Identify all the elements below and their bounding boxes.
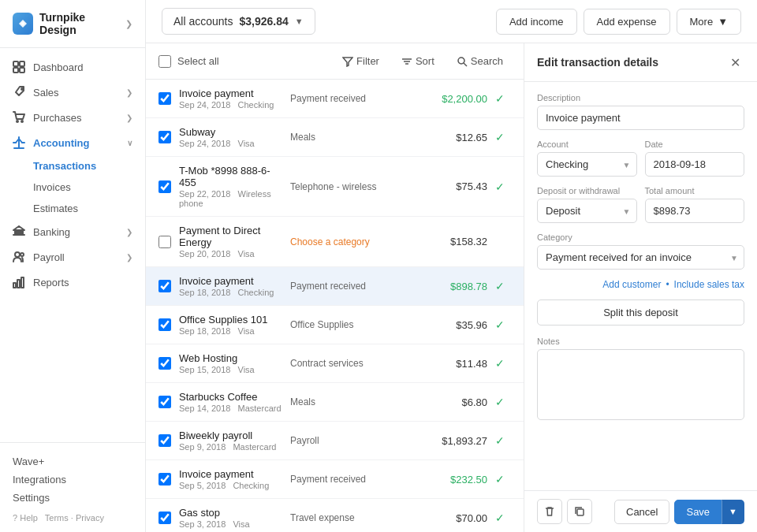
save-dropdown-button[interactable]: ▼ <box>722 500 744 524</box>
table-row[interactable]: Payment to Direct Energy Sep 20, 2018 Vi… <box>146 217 524 267</box>
cancel-button[interactable]: Cancel <box>614 500 669 524</box>
svg-rect-4 <box>20 68 24 73</box>
table-row[interactable]: Gas stop Sep 3, 2018 Visa Travel expense… <box>146 499 524 532</box>
date-input[interactable] <box>645 152 745 177</box>
svg-rect-2 <box>20 61 24 66</box>
sidebar-item-wave-plus[interactable]: Wave+ <box>13 452 132 471</box>
select-all-label: Select all <box>177 55 219 67</box>
row-checkbox[interactable] <box>158 512 171 524</box>
row-checkbox[interactable] <box>158 280 171 292</box>
notes-input[interactable] <box>537 349 744 420</box>
app-logo[interactable]: Turnpike Design ❯ <box>0 0 145 48</box>
search-button[interactable]: Search <box>449 51 511 71</box>
more-button[interactable]: More ▼ <box>677 9 742 35</box>
tx-check: ✓ <box>495 434 511 447</box>
notes-group: Notes <box>537 337 744 422</box>
account-select[interactable]: Checking Savings Visa Mastercard <box>537 152 637 177</box>
tx-info: Web Hosting Sep 15, 2018 Visa <box>179 352 282 374</box>
sidebar-item-dashboard[interactable]: Dashboard <box>0 54 145 80</box>
sort-button[interactable]: Sort <box>393 51 442 71</box>
svg-rect-1 <box>13 61 18 66</box>
sidebar-item-reports[interactable]: Reports <box>0 270 145 295</box>
duplicate-button[interactable] <box>567 499 592 524</box>
wave-plus-label: Wave+ <box>13 456 44 467</box>
table-row[interactable]: Office Supplies 101 Sep 18, 2018 Visa Of… <box>146 306 524 344</box>
svg-rect-18 <box>21 277 24 288</box>
sidebar-item-purchases[interactable]: Purchases ❯ <box>0 105 145 130</box>
row-checkbox[interactable] <box>158 357 171 370</box>
tx-meta: Sep 9, 2018 Mastercard <box>179 442 282 452</box>
table-row[interactable]: T-Mob *8998 888-6-455 Sep 22, 2018 Wirel… <box>146 157 524 217</box>
total-label: Total amount <box>645 186 745 195</box>
filter-button[interactable]: Filter <box>334 51 387 71</box>
total-input[interactable] <box>645 199 745 223</box>
sidebar-item-transactions[interactable]: Transactions <box>0 155 145 177</box>
row-checkbox[interactable] <box>158 318 171 331</box>
users-icon <box>13 251 25 263</box>
table-row[interactable]: Invoice payment Sep 18, 2018 Checking Pa… <box>146 267 524 306</box>
account-selector[interactable]: All accounts $3,926.84 ▼ <box>162 8 315 35</box>
row-checkbox[interactable] <box>158 131 171 143</box>
save-button[interactable]: Save <box>674 500 722 524</box>
category-missing[interactable]: Choose a category <box>290 236 416 247</box>
tx-name: Invoice payment <box>179 87 282 99</box>
tx-amount: $11.48 <box>424 358 487 370</box>
row-checkbox[interactable] <box>158 236 171 248</box>
transaction-rows: Invoice payment Sep 24, 2018 Checking Pa… <box>146 80 524 532</box>
table-row[interactable]: Web Hosting Sep 15, 2018 Visa Contract s… <box>146 344 524 383</box>
deposit-select[interactable]: Deposit Withdrawal <box>537 199 637 223</box>
delete-button[interactable] <box>537 499 562 524</box>
tx-name: Biweekly payroll <box>179 430 282 441</box>
split-deposit-button[interactable]: Split this deposit <box>537 299 744 326</box>
sidebar-bottom: Wave+ Integrations Settings ? Help Terms… <box>0 442 145 532</box>
terms-link[interactable]: Terms <box>45 513 69 523</box>
sidebar-terms: ? Help Terms · Privacy <box>13 513 132 523</box>
trash-icon <box>544 506 555 517</box>
category-select[interactable]: Payment received for an invoice Other in… <box>537 245 744 270</box>
sidebar-item-invoices[interactable]: Invoices <box>0 177 145 198</box>
table-row[interactable]: Invoice payment Sep 24, 2018 Checking Pa… <box>146 80 524 118</box>
category-cell: Travel expense <box>290 512 416 523</box>
privacy-link[interactable]: Privacy <box>76 513 104 523</box>
row-checkbox[interactable] <box>158 92 171 105</box>
sidebar-item-integrations[interactable]: Integrations <box>13 471 132 489</box>
tx-account: Visa <box>238 249 255 259</box>
sidebar-item-payroll[interactable]: Payroll ❯ <box>0 244 145 270</box>
sidebar-item-settings[interactable]: Settings <box>13 489 132 507</box>
table-row[interactable]: Biweekly payroll Sep 9, 2018 Mastercard … <box>146 422 524 460</box>
row-checkbox[interactable] <box>158 473 171 485</box>
select-all-checkbox[interactable] <box>158 55 171 68</box>
tx-amount: $1,893.27 <box>424 435 487 447</box>
table-row[interactable]: Invoice payment Sep 5, 2018 Checking Pay… <box>146 460 524 499</box>
sidebar-item-accounting[interactable]: Accounting ∨ <box>0 130 145 155</box>
close-button[interactable]: ✕ <box>725 53 744 72</box>
include-sales-tax-link[interactable]: Include sales tax <box>674 279 744 290</box>
help-link[interactable]: ? Help <box>13 513 40 523</box>
deposit-select-wrapper: Deposit Withdrawal ▼ <box>537 199 637 223</box>
row-checkbox[interactable] <box>158 434 171 447</box>
tx-amount: $898.78 <box>424 281 487 292</box>
search-label: Search <box>471 55 503 67</box>
tx-meta: Sep 15, 2018 Visa <box>179 365 282 374</box>
row-checkbox[interactable] <box>158 396 171 408</box>
row-checkbox[interactable] <box>158 180 171 193</box>
add-income-button[interactable]: Add income <box>496 9 577 35</box>
sidebar-reports-label: Reports <box>33 277 69 288</box>
tx-check: ✓ <box>495 396 511 408</box>
svg-point-14 <box>15 252 20 257</box>
add-expense-button[interactable]: Add expense <box>584 9 670 35</box>
tx-meta: Sep 24, 2018 Checking <box>179 100 282 110</box>
sidebar: Turnpike Design ❯ Dashboard Sales ❯ Purc… <box>0 0 146 532</box>
tx-account: Mastercard <box>238 404 282 413</box>
edit-panel-body: Description Account Checking Savings Vis… <box>524 82 757 490</box>
add-customer-link[interactable]: Add customer <box>602 279 661 290</box>
tx-check: ✓ <box>495 318 511 331</box>
sidebar-item-sales[interactable]: Sales ❯ <box>0 80 145 105</box>
sidebar-item-estimates[interactable]: Estimates <box>0 198 145 219</box>
content-area: Select all Filter Sort Search Invoice pa… <box>146 43 757 532</box>
deposit-label: Deposit or withdrawal <box>537 186 637 195</box>
table-row[interactable]: Subway Sep 24, 2018 Visa Meals $12.65 ✓ <box>146 118 524 157</box>
sidebar-item-banking[interactable]: Banking ❯ <box>0 219 145 244</box>
description-input[interactable] <box>537 106 744 130</box>
table-row[interactable]: Starbucks Coffee Sep 14, 2018 Mastercard… <box>146 383 524 422</box>
